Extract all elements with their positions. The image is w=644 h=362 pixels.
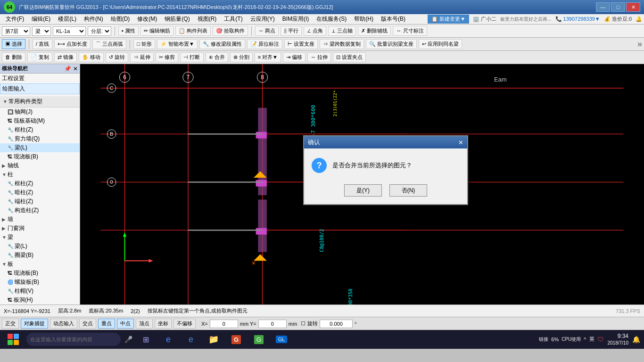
mic-icon[interactable]: 🎤 (124, 336, 132, 343)
pick-element-btn[interactable]: 🎯 拾取构件 (213, 26, 248, 36)
sidebar-group-common[interactable]: ▼ 常用构件类型 (2, 97, 78, 106)
canvas-area[interactable]: 6 7 8 C B 0 × (80, 64, 644, 304)
notification-center-icon[interactable]: 🔔 (632, 336, 640, 343)
x-input[interactable] (210, 320, 238, 328)
menu-rebar[interactable]: 钢筋量(Q) (161, 14, 193, 24)
dialog-close-btn[interactable]: ✕ (458, 139, 463, 146)
sidebar-item-ring-beam[interactable]: 🔧圈梁(B) (0, 251, 80, 260)
sidebar-group-beam[interactable]: ▼梁 (0, 233, 80, 242)
merge-btn[interactable]: ⊕ 合并 (206, 52, 228, 62)
menu-tools[interactable]: 工具(T) (220, 14, 246, 24)
property-btn[interactable]: ▪ 属性 (118, 26, 139, 36)
mirror-btn[interactable]: ⇄ 镜像 (54, 52, 77, 62)
dialog-no-button[interactable]: 否(N) (389, 184, 427, 197)
extend-btn[interactable]: ⇒ 延伸 (130, 52, 154, 62)
menu-cloud[interactable]: 云应用(Y) (247, 14, 279, 24)
break-btn[interactable]: ⊣ 打断 (180, 52, 203, 62)
sidebar-item-col-end[interactable]: 🔧端柱(Z) (0, 197, 80, 206)
split-btn[interactable]: ⊗ 分割 (230, 52, 253, 62)
menu-view[interactable]: 视图(R) (194, 14, 221, 24)
trim-btn[interactable]: ✂ 修剪 (156, 52, 178, 62)
sidebar-item-col-dark[interactable]: 🔧暗柱(Z) (0, 188, 80, 197)
sidebar-pin-btn[interactable]: 📌 (64, 66, 71, 72)
align-btn[interactable]: ≡ 对齐▼ (255, 52, 281, 62)
sidebar-item-col-struct[interactable]: 🔧构造柱(Z) (0, 206, 80, 215)
sidebar-item-axis[interactable]: 🔲轴网(J) (0, 107, 80, 116)
sidebar-item-cast-slab[interactable]: 🏗现浇板(B) (0, 269, 80, 278)
menu-edit[interactable]: 编辑(E) (28, 14, 54, 24)
menu-version[interactable]: 版本号(B) (377, 14, 409, 24)
taskbar-app-green[interactable]: G (249, 330, 268, 349)
coord-btn[interactable]: 坐标 (155, 319, 172, 329)
orthogonal-btn[interactable]: 正交 (2, 319, 19, 329)
sidebar-item-slab-hole[interactable]: 🏗板洞(H) (0, 296, 80, 304)
delete-aux-btn[interactable]: ✗ 删除辅线 (358, 26, 391, 36)
y-input[interactable] (258, 320, 287, 328)
smart-layout-btn[interactable]: ⚡ 智能布置▼ (157, 39, 198, 49)
menu-element[interactable]: 构件(N) (80, 14, 107, 24)
maximize-button[interactable]: □ (611, 2, 625, 12)
modify-segment-btn[interactable]: 🔧 修改梁段属性 (199, 39, 245, 49)
sublevel-select[interactable]: 分层1 (88, 26, 111, 36)
sidebar-item-frame-col[interactable]: 🔧框柱(Z) (0, 125, 80, 134)
span-copy-btn[interactable]: ⇒ 梁跨数据复制 (320, 39, 364, 49)
center-point-btn[interactable]: 重点 (98, 319, 115, 329)
apply-same-name-btn[interactable]: ↩ 应用到同名梁 (419, 39, 462, 49)
type-select[interactable]: 梁 (32, 26, 51, 36)
taskbar-search-input[interactable] (26, 333, 121, 346)
chevron-icon[interactable]: ^ (584, 337, 586, 342)
lang-indicator[interactable]: 英 (589, 336, 594, 343)
menu-file[interactable]: 文件(F) (2, 14, 28, 24)
rotate-btn[interactable]: ↺ 旋转 (106, 52, 128, 62)
element-select[interactable]: KL-1a (53, 26, 86, 36)
rotate-input[interactable] (320, 320, 353, 328)
taskbar-app-glodon[interactable]: GL (272, 330, 291, 349)
taskbar-app-g[interactable]: G (227, 330, 246, 349)
vertex-btn[interactable]: 顶点 (136, 319, 153, 329)
start-button[interactable] (4, 330, 23, 349)
menu-modify[interactable]: 修改(M) (133, 14, 161, 24)
sidebar-item-beam[interactable]: 🔧梁(L) (0, 143, 80, 152)
offset-btn[interactable]: ⇥ 偏移 (283, 52, 305, 62)
minimize-button[interactable]: — (596, 2, 610, 12)
sidebar-group-col[interactable]: ▼柱 (0, 170, 80, 179)
sidebar-item-beam-l[interactable]: 🔧梁(L) (0, 242, 80, 251)
set-grip-btn[interactable]: ⊡ 设置夹点 (333, 52, 366, 62)
menu-help[interactable]: 帮助(H) (350, 14, 377, 24)
sidebar-item-spiral-slab[interactable]: 🌀螺旋板(B) (0, 278, 80, 287)
set-support-btn[interactable]: ⊢ 设置支座 (284, 39, 318, 49)
sidebar-close-btn[interactable]: ✕ (73, 66, 78, 72)
menu-floor[interactable]: 楼层(L) (54, 14, 80, 24)
two-point-btn[interactable]: ↔ 两点 (255, 26, 279, 36)
delete-btn[interactable]: 🗑 删除 (2, 52, 25, 62)
in-place-label-btn[interactable]: 📝 原位标注 (247, 39, 282, 49)
sidebar-item-col-cap[interactable]: 🔧柱帽(V) (0, 287, 80, 296)
sidebar-item-col-frame[interactable]: 🔧框柱(Z) (0, 179, 80, 188)
no-offset-btn[interactable]: 不偏移 (173, 319, 196, 329)
sidebar-item-raft[interactable]: 🏗筏板基础(M) (0, 116, 80, 125)
menu-bim[interactable]: BIM应用(I) (279, 14, 313, 24)
sidebar-group-slab[interactable]: ▼板 (0, 260, 80, 269)
midpoint-btn[interactable]: 中点 (117, 319, 134, 329)
rotate-checkbox[interactable]: ☐ (301, 321, 305, 327)
taskbar-app-task-view[interactable]: ⊞ (136, 330, 155, 349)
sidebar-item-slab[interactable]: 🏗现浇板(B) (0, 152, 80, 161)
dimension-btn[interactable]: ↔ 尺寸标注 (393, 26, 427, 36)
element-list-btn[interactable]: 📋 构件列表 (175, 26, 211, 36)
line-btn[interactable]: / 直线 (33, 39, 52, 49)
parallel-btn[interactable]: ∥ 平行 (281, 26, 302, 36)
menu-draw[interactable]: 绘图(D) (107, 14, 134, 24)
three-axis-btn[interactable]: ⊥ 三点轴 (328, 26, 356, 36)
stretch-btn[interactable]: ↔ 拉伸 (307, 52, 331, 62)
batch-identify-btn[interactable]: 🔍 批量识别梁支座 (366, 39, 417, 49)
point-extend-btn[interactable]: ⟷ 点加长度 (54, 39, 91, 49)
toolbar-expand-btn[interactable]: » (637, 39, 642, 49)
point-angle-btn[interactable]: ∠ 点角 (304, 26, 326, 36)
sidebar-group-opening[interactable]: ▶门窗洞 (0, 224, 80, 233)
intersection-btn[interactable]: 交点 (79, 319, 96, 329)
copy-btn[interactable]: 📄 复制 (27, 52, 52, 62)
phone-number[interactable]: 📞 13907298339▼ (555, 16, 600, 22)
layer-select[interactable]: 第7层 (2, 26, 30, 36)
taskbar-app-edge[interactable]: e (159, 330, 178, 349)
move-btn[interactable]: ✋ 移动 (79, 52, 104, 62)
